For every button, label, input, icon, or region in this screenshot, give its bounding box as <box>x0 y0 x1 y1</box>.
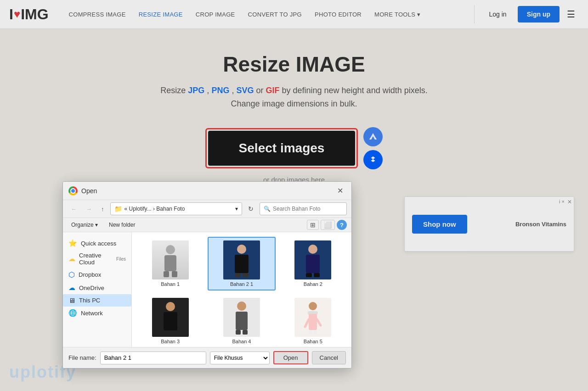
svg-rect-25 <box>309 330 312 334</box>
organize-button[interactable]: Organize ▾ <box>68 220 102 229</box>
sidebar-item-thispc[interactable]: 🖥 This PC <box>63 294 131 307</box>
bahan4-figure <box>230 300 253 335</box>
chrome-icon <box>68 186 78 196</box>
file-item-bahan21[interactable]: Bahan 2 1 <box>208 237 275 290</box>
svg-rect-6 <box>235 273 241 277</box>
breadcrumb-text: « Uplotify... › Bahan Foto <box>124 206 185 212</box>
footer-actions: Open Cancel <box>273 351 346 364</box>
new-folder-button[interactable]: New folder <box>105 220 139 229</box>
dialog-up-button[interactable]: ↑ <box>98 204 107 214</box>
file-dialog: Open ✕ ← → ↑ 📁 « Uplotify... › Bahan Fot… <box>62 181 352 369</box>
svg-rect-9 <box>306 255 320 273</box>
svg-rect-11 <box>314 273 320 277</box>
svg-point-12 <box>166 302 175 311</box>
svg-point-4 <box>237 245 246 254</box>
dialog-body: ⭐ Quick access ☁ Creative Cloud Files ⬡ … <box>63 232 351 347</box>
view-icons-button[interactable]: ⊞ <box>307 220 319 230</box>
svg-rect-1 <box>164 255 176 271</box>
svg-rect-7 <box>243 273 249 277</box>
bahan2-figure <box>301 243 324 277</box>
svg-point-0 <box>166 245 175 254</box>
file-label-bahan3: Bahan 3 <box>161 339 180 344</box>
dialog-back-button[interactable]: ← <box>68 204 80 214</box>
dialog-titlebar: Open ✕ <box>63 182 351 200</box>
breadcrumb-dropdown[interactable]: ▾ <box>235 206 238 212</box>
dialog-title-left: Open <box>68 186 97 196</box>
search-icon: 🔍 <box>264 206 271 212</box>
view-buttons: ⊞ ⬜ ? <box>307 220 347 230</box>
file-item-bahan5[interactable]: Bahan 5 <box>279 294 347 347</box>
bahan3-figure <box>159 300 182 335</box>
sidebar-item-onedrive[interactable]: ☁ OneDrive <box>63 281 131 294</box>
svg-rect-10 <box>306 273 312 277</box>
folder-icon: 📁 <box>114 205 122 212</box>
file-label-bahan21: Bahan 2 1 <box>230 281 253 287</box>
svg-rect-2 <box>164 271 169 277</box>
sidebar-item-quick-access[interactable]: ⭐ Quick access <box>63 237 131 250</box>
dropbox-icon: ⬡ <box>68 270 75 279</box>
quick-access-icon: ⭐ <box>68 239 77 247</box>
search-input[interactable] <box>273 206 343 212</box>
filename-input[interactable] <box>100 352 206 364</box>
network-icon: 🌐 <box>68 309 77 317</box>
svg-rect-24 <box>309 314 317 330</box>
view-preview-button[interactable]: ⬜ <box>321 220 335 230</box>
svg-rect-5 <box>235 255 249 273</box>
open-button[interactable]: Open <box>273 351 308 364</box>
dialog-action-bar: Organize ▾ New folder ⊞ ⬜ ? <box>63 218 351 232</box>
thispc-label: This PC <box>79 297 100 304</box>
dialog-toolbar: ← → ↑ 📁 « Uplotify... › Bahan Foto ▾ ↻ 🔍 <box>63 200 351 218</box>
file-item-bahan4[interactable]: Bahan 4 <box>208 294 275 347</box>
filetype-select[interactable]: File Khusus <box>210 352 270 364</box>
svg-point-8 <box>308 245 317 254</box>
filename-label: File name: <box>68 354 96 361</box>
file-dialog-overlay: Open ✕ ← → ↑ 📁 « Uplotify... › Bahan Fot… <box>0 0 588 391</box>
file-label-bahan2: Bahan 2 <box>304 281 322 287</box>
sidebar-item-network[interactable]: 🌐 Network <box>63 307 131 319</box>
file-item-bahan2[interactable]: Bahan 2 <box>279 237 347 290</box>
network-label: Network <box>81 310 103 317</box>
svg-rect-14 <box>164 330 170 335</box>
bahan21-figure <box>230 243 253 277</box>
onedrive-label: OneDrive <box>79 285 104 291</box>
file-grid-area: Bahan 1 Bahan 2 1 <box>132 232 351 347</box>
svg-point-16 <box>237 302 246 311</box>
bahan1-figure <box>159 243 182 277</box>
breadcrumb-bar[interactable]: 📁 « Uplotify... › Bahan Foto ▾ <box>110 202 243 215</box>
file-label-bahan4: Bahan 4 <box>232 339 251 344</box>
svg-rect-15 <box>171 330 177 335</box>
creative-cloud-sub: Files <box>116 257 126 262</box>
dialog-title-text: Open <box>81 187 97 195</box>
file-item-bahan1[interactable]: Bahan 1 <box>136 237 204 290</box>
cancel-button[interactable]: Cancel <box>312 351 346 364</box>
file-thumb-bahan3 <box>152 298 189 337</box>
svg-line-27 <box>305 319 309 327</box>
svg-rect-19 <box>243 330 248 335</box>
dialog-sidebar: ⭐ Quick access ☁ Creative Cloud Files ⬡ … <box>63 232 132 347</box>
sidebar-item-creative-cloud[interactable]: ☁ Creative Cloud Files <box>63 250 131 268</box>
creative-cloud-label: Creative Cloud <box>79 252 112 266</box>
dialog-forward-button[interactable]: → <box>83 204 95 214</box>
svg-rect-18 <box>236 330 241 335</box>
quick-access-label: Quick access <box>81 240 116 247</box>
svg-line-28 <box>317 319 321 325</box>
thispc-icon: 🖥 <box>68 296 75 304</box>
help-button[interactable]: ? <box>337 220 347 230</box>
file-label-bahan1: Bahan 1 <box>161 281 180 287</box>
file-thumb-bahan2 <box>294 240 331 279</box>
svg-rect-3 <box>172 271 177 277</box>
search-bar: 🔍 <box>260 202 347 215</box>
creative-cloud-icon: ☁ <box>68 255 75 263</box>
dialog-footer: File name: File Khusus Open Cancel <box>63 347 351 368</box>
file-thumb-bahan4 <box>223 298 260 337</box>
file-thumb-bahan5 <box>294 298 331 337</box>
sidebar-item-dropbox[interactable]: ⬡ Dropbox <box>63 268 131 281</box>
dropbox-label: Dropbox <box>79 271 101 278</box>
onedrive-icon: ☁ <box>68 284 75 292</box>
refresh-button[interactable]: ↻ <box>245 203 257 214</box>
file-grid: Bahan 1 Bahan 2 1 <box>136 237 347 347</box>
dialog-close-button[interactable]: ✕ <box>334 185 346 196</box>
svg-point-22 <box>309 302 317 310</box>
file-thumb-bahan1 <box>152 240 189 279</box>
file-item-bahan3[interactable]: Bahan 3 <box>136 294 204 347</box>
